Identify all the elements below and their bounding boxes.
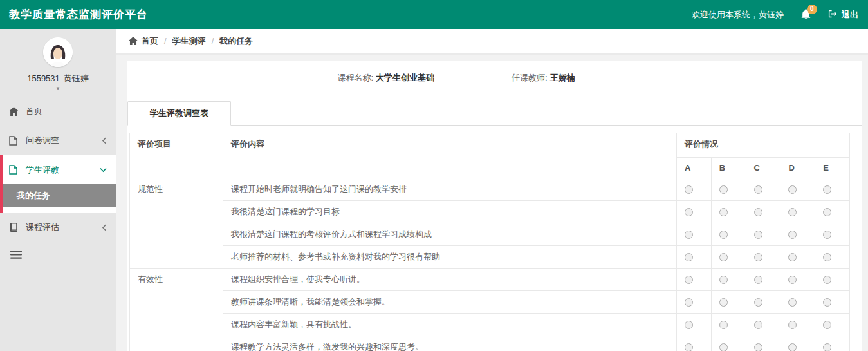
survey-row: 课程内容丰富新颖，具有挑战性。 [130,314,850,336]
menu-icon [10,251,22,261]
sidebar-nav: 首页 问卷调查 学生评教 [0,97,116,269]
notification-bell-button[interactable]: 0 [800,9,811,20]
rating-cell [780,201,815,223]
sidebar-item-course-assessment[interactable]: 课程评估 [0,213,116,242]
survey-row: 我很清楚这门课程的考核评价方式和课程学习成绩构成 [130,223,850,246]
rating-cell [677,246,712,269]
rating-radio-D[interactable] [788,298,797,307]
tab-survey-form[interactable]: 学生评教调查表 [127,101,231,126]
rating-radio-E[interactable] [823,185,831,194]
content-area: 课程名称:大学生创业基础 任课教师:王娇楠 学生评教调查表 评价项目 评 [116,53,868,351]
breadcrumb-item[interactable]: 首页 [142,36,158,46]
tab-bar: 学生评教调查表 [127,95,862,126]
rating-radio-C[interactable] [754,253,762,261]
rating-radio-C[interactable] [754,298,762,307]
rating-radio-B[interactable] [719,343,728,351]
rating-cell [677,314,712,336]
rating-radio-C[interactable] [754,208,762,216]
rating-radio-A[interactable] [685,276,693,284]
rating-cell [815,314,850,336]
question-cell: 我很清楚这门课程的学习目标 [223,201,677,223]
logout-button[interactable]: 退出 [828,9,858,21]
rating-cell [746,246,780,269]
chevron-left-icon [102,224,107,231]
file-icon [9,165,19,175]
rating-radio-A[interactable] [685,253,693,261]
sidebar-item-questionnaire[interactable]: 问卷调查 [0,126,116,155]
rating-radio-E[interactable] [823,321,831,329]
rating-cell [711,314,746,336]
rating-radio-B[interactable] [719,321,728,329]
question-cell: 课程开始时老师就明确告知了这门课的教学安排 [223,178,677,201]
teacher-value: 王娇楠 [550,73,575,82]
rating-radio-B[interactable] [719,185,728,194]
user-name: 黄钰婷 [64,73,89,83]
rating-radio-D[interactable] [788,185,797,194]
rating-radio-E[interactable] [823,276,831,284]
rating-radio-D[interactable] [788,276,797,284]
rating-radio-D[interactable] [788,321,797,329]
rating-radio-A[interactable] [685,321,693,329]
sidebar-item-label: 问卷调查 [26,135,59,146]
rating-radio-C[interactable] [754,185,762,194]
rating-cell [746,336,780,351]
rating-radio-A[interactable] [685,231,693,239]
rating-cell [780,178,815,201]
rating-radio-E[interactable] [823,343,831,351]
rating-radio-E[interactable] [823,298,831,307]
rating-radio-C[interactable] [754,343,762,351]
rating-cell [677,336,712,351]
course-name-value: 大学生创业基础 [376,73,434,82]
rating-radio-C[interactable] [754,231,762,239]
rating-radio-B[interactable] [719,253,728,261]
rating-radio-D[interactable] [788,253,797,261]
survey-row: 教师讲课条理清晰，我能清楚领会和掌握。 [130,291,850,314]
rating-radio-B[interactable] [719,208,728,216]
rating-option-header: C [746,158,780,178]
logout-label: 退出 [842,9,858,21]
survey-table: 评价项目 评价内容 评价情况 ABCDE 规范性课程开始时老师就明确告知了这门课… [129,133,850,351]
course-name-label: 课程名称: [337,73,373,82]
teacher-pair: 任课教师:王娇楠 [512,72,575,84]
rating-cell [815,246,850,269]
rating-cell [711,201,746,223]
rating-radio-D[interactable] [788,231,797,239]
survey-row: 课程教学方法灵活多样，激发我的兴趣和深度思考。 [130,336,850,351]
rating-radio-A[interactable] [685,343,693,351]
rating-radio-A[interactable] [685,185,693,194]
sidebar-item-home[interactable]: 首页 [0,97,116,126]
rating-radio-D[interactable] [788,343,797,351]
rating-radio-B[interactable] [719,231,728,239]
sidebar-menu-toggle[interactable] [0,242,116,269]
survey-row: 规范性课程开始时老师就明确告知了这门课的教学安排 [130,178,850,201]
survey-table-wrap: 评价项目 评价内容 评价情况 ABCDE 规范性课程开始时老师就明确告知了这门课… [129,133,862,351]
col-header-rating: 评价情况 [677,133,850,158]
rating-radio-E[interactable] [823,253,831,261]
rating-radio-A[interactable] [685,208,693,216]
user-id: 1559531 [27,73,60,83]
group-name-cell: 有效性 [130,269,223,351]
rating-radio-C[interactable] [754,276,762,284]
breadcrumb-item[interactable]: 学生测评 [172,36,206,46]
rating-radio-D[interactable] [788,208,797,216]
rating-radio-E[interactable] [823,208,831,216]
rating-radio-E[interactable] [823,231,831,239]
rating-cell [677,223,712,246]
chevron-down-icon [100,167,107,173]
rating-radio-B[interactable] [719,276,728,284]
rating-radio-C[interactable] [754,321,762,329]
rating-radio-A[interactable] [685,298,693,307]
breadcrumb: 首页/学生测评/我的任务 [116,29,868,53]
rating-cell [746,201,780,223]
content-card: 课程名称:大学生创业基础 任课教师:王娇楠 学生评教调查表 评价项目 评 [127,61,862,351]
breadcrumb-separator: / [212,36,214,46]
sidebar-item-student-evaluation[interactable]: 学生评教 [3,155,116,184]
group-name-cell: 规范性 [130,178,223,269]
user-panel[interactable]: 1559531黄钰婷 ▾ [0,29,116,97]
user-avatar [43,37,73,67]
rating-radio-B[interactable] [719,298,728,307]
breadcrumb-home-icon [129,37,138,45]
sidebar-subitem-my-tasks[interactable]: 我的任务 [3,184,116,207]
rating-cell [746,314,780,336]
sidebar-item-label: 学生评教 [26,164,59,176]
